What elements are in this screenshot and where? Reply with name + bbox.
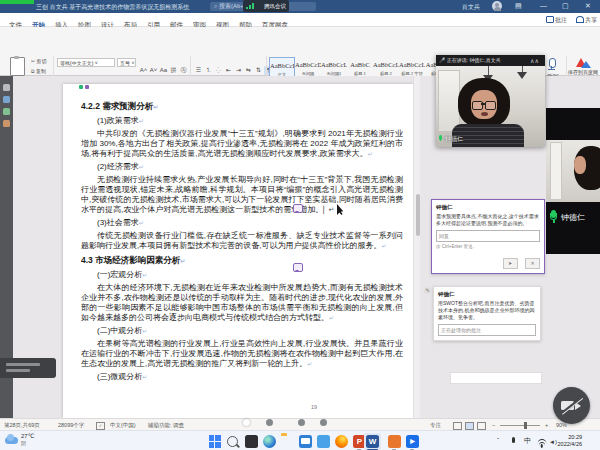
taskbar: 27℃阴 P W ▶ ˆ 中 ◄) 20:292022/4/26 bbox=[0, 430, 600, 450]
taskbar-dark-app-icon[interactable] bbox=[245, 435, 258, 448]
zoom-in-button[interactable]: + bbox=[545, 422, 548, 428]
zoom-slider-knob[interactable] bbox=[524, 422, 527, 429]
doc-block-10[interactable]: (二)中观分析 bbox=[97, 326, 403, 336]
volume-icon[interactable]: ◄) bbox=[549, 439, 557, 445]
doc-block-1[interactable]: (1)政策需求 bbox=[97, 116, 403, 126]
weather-widget[interactable]: 27℃阴 bbox=[21, 433, 34, 447]
comment-status-field: 正在处理你的批注 bbox=[438, 324, 536, 336]
clock[interactable]: 20:292022/4/26 bbox=[558, 434, 582, 447]
taskbar-search-icon[interactable] bbox=[227, 436, 238, 447]
wifi-icon[interactable] bbox=[537, 439, 546, 445]
taskbar-word-icon[interactable]: W bbox=[366, 435, 379, 448]
participant-name-chip: 钟德仁 bbox=[439, 135, 463, 144]
doc-block-7[interactable]: 4.3 市场经济影响因素分析 bbox=[81, 255, 403, 267]
share-icon bbox=[576, 16, 584, 23]
taskbar-orange-app-icon[interactable] bbox=[388, 435, 401, 448]
proofing-icon[interactable]: ✓ bbox=[96, 422, 105, 430]
comment-card-partial[interactable] bbox=[450, 372, 542, 384]
dock-icon-1[interactable] bbox=[3, 84, 10, 91]
focus-mode-button[interactable]: 专注 bbox=[430, 422, 441, 429]
comment-author-avatar: ✎ bbox=[424, 287, 431, 294]
taskbar-mail-icon[interactable] bbox=[299, 435, 312, 448]
font-size-select[interactable]: 五号 ˅ bbox=[117, 58, 136, 67]
comment-send-button[interactable]: ➤ bbox=[503, 258, 518, 269]
start-button[interactable] bbox=[208, 435, 222, 449]
ribbon-display-options-icon[interactable]: ▤ bbox=[515, 2, 522, 10]
document-title: 三创 肖文兵 基于高光谱技术的作物营养状况无损检测系统 bbox=[36, 3, 189, 12]
minimize-button[interactable]: — bbox=[540, 2, 547, 9]
meeting-title-bar[interactable]: 🎤 正在讲话: 钟德仁,肖文兵 ∧∧ bbox=[436, 55, 545, 66]
dictate-button[interactable] bbox=[545, 58, 561, 72]
comment-card-2[interactable]: 钟德仁 用SWOT整合分析吧,而且注意优势、劣势是技术本身的,机会和挑战是企业外… bbox=[433, 286, 541, 341]
workspace: 4.2.2 需求预测分析(1)政策需求中共印发的《无损检测仪器行业发展“十三五”… bbox=[0, 76, 600, 418]
page-footer-number: 19 bbox=[311, 404, 317, 410]
char-border-icon[interactable]: Ⓐ bbox=[179, 66, 188, 75]
cut-button[interactable]: ✂ 剪切 bbox=[31, 58, 47, 64]
weather-icon[interactable] bbox=[5, 433, 19, 447]
page-indicator[interactable]: 第28页,共69页 bbox=[4, 422, 40, 429]
weather-desc: 阴 bbox=[21, 440, 34, 447]
comment-card-1[interactable]: 钟德仁 需求预测要具体点,不能大而化之,这个技术需求多大经得起论证要说明,预测不… bbox=[431, 199, 545, 274]
camera-off-button[interactable] bbox=[553, 387, 590, 424]
floating-overlay-box[interactable] bbox=[0, 358, 56, 378]
doc-block-5[interactable]: (3)社会需求 bbox=[97, 218, 403, 228]
tray-date: 2022/4/26 bbox=[558, 441, 582, 447]
tray-expand-chevron-icon[interactable]: ˆ bbox=[497, 437, 499, 443]
doc-block-2[interactable]: 中共印发的《无损检测仪器行业发展“十三五”规划》,明确要求到 2021年无损检测… bbox=[81, 129, 403, 159]
document-page[interactable]: 4.2.2 需求预测分析(1)政策需求中共印发的《无损检测仪器行业发展“十三五”… bbox=[63, 84, 413, 418]
taskbar-blue-tile-icon[interactable] bbox=[317, 435, 330, 448]
avatar[interactable] bbox=[492, 1, 502, 11]
title-bar: 三创 肖文兵 基于高光谱技术的作物营养状况无损检测系统 ⌕ 搜索(Alt+Q) … bbox=[0, 0, 600, 13]
comment-author: 钟德仁 bbox=[436, 204, 540, 211]
comment-cancel-button[interactable]: ✕ bbox=[525, 258, 540, 269]
read-mode-icon bbox=[453, 422, 462, 430]
vertical-scrollbar[interactable] bbox=[413, 76, 420, 418]
view-mode-buttons[interactable] bbox=[450, 422, 486, 430]
copy-button[interactable]: ⧉ 复制 bbox=[31, 68, 46, 75]
tray-mic-icon[interactable] bbox=[512, 437, 515, 444]
accessibility-status[interactable]: 辅助功能: 调查 bbox=[148, 422, 184, 429]
side-tile-name: 钟德仁 bbox=[550, 210, 585, 223]
baidu-netdisk-icon[interactable] bbox=[576, 58, 590, 68]
account-name[interactable]: 肖文兵 bbox=[462, 3, 480, 12]
doc-block-9[interactable]: 在大体的经济环境下,无损检测在近年来农业检测中所发展趋势大,而测有无损检测技术企… bbox=[81, 283, 403, 323]
close-button[interactable]: ✕ bbox=[585, 2, 591, 10]
maximize-button[interactable]: ▢ bbox=[562, 2, 569, 10]
comment-body: 需求预测要具体点,不能大而化之,这个技术需求多大经得起论证要说明,预测不是必须的… bbox=[436, 213, 540, 227]
phonetic-guide-icon[interactable]: 拼 bbox=[169, 66, 178, 75]
document-body[interactable]: 4.2.2 需求预测分析(1)政策需求中共印发的《无损检测仪器行业发展“十三五”… bbox=[81, 97, 403, 385]
doc-block-11[interactable]: 在果树等高光谱检测的行业发展上,行业呈高效性向上发展,行业发展快。并且果蔬行业在… bbox=[81, 339, 403, 369]
tencent-meeting-badge[interactable]: 腾讯会议 bbox=[243, 0, 289, 12]
dock-icon-3[interactable] bbox=[3, 108, 10, 115]
taskbar-edge-icon[interactable] bbox=[263, 435, 276, 448]
dock-icon-4[interactable] bbox=[3, 120, 10, 127]
doc-block-3[interactable]: (2)经济需求 bbox=[97, 162, 403, 172]
word-count[interactable]: 28099个字 bbox=[58, 422, 84, 429]
scrollbar-thumb[interactable] bbox=[416, 194, 420, 236]
doc-block-8[interactable]: (一)宏观分析 bbox=[97, 270, 403, 280]
meeting-floating-window[interactable]: 🎤 正在讲话: 钟德仁,肖文兵 ∧∧ 钟德仁 bbox=[436, 55, 545, 147]
doc-block-12[interactable]: (三)微观分析 bbox=[97, 372, 403, 382]
comment-reply-input[interactable]: 回复 bbox=[436, 230, 540, 242]
comment-icon bbox=[546, 16, 554, 23]
dock-icon-2[interactable] bbox=[3, 96, 10, 103]
tray-time: 20:29 bbox=[568, 434, 582, 440]
meeting-side-tile[interactable]: 钟德仁 bbox=[546, 108, 600, 254]
doc-block-0[interactable]: 4.2.2 需求预测分析 bbox=[81, 101, 403, 113]
zoom-out-button[interactable]: – bbox=[492, 422, 495, 428]
share-button[interactable]: 共享 bbox=[576, 16, 597, 25]
language-indicator[interactable]: 中文(中国) bbox=[110, 422, 136, 429]
screen: 三创 肖文兵 基于高光谱技术的作物营养状况无损检测系统 ⌕ 搜索(Alt+Q) … bbox=[0, 0, 600, 450]
ime-indicator[interactable]: 中 bbox=[524, 436, 531, 446]
doc-block-4[interactable]: 无损检测行业持续需求火热,产业发展长期导向好,同时在“十三五”背景下,我国无损检… bbox=[81, 175, 403, 215]
comment-anchor-icon-2[interactable] bbox=[293, 263, 303, 272]
font-name-select[interactable]: 等线(中文正文) ˅ bbox=[57, 58, 115, 67]
comment-anchor-icon-1[interactable] bbox=[293, 204, 303, 213]
taskbar-firefox-icon[interactable] bbox=[335, 435, 348, 448]
comments-button[interactable]: 批注 bbox=[546, 16, 567, 25]
participant-video[interactable]: 钟德仁 bbox=[436, 66, 545, 147]
paste-icon bbox=[10, 57, 25, 76]
zoom-slider[interactable] bbox=[500, 425, 540, 426]
taskbar-meeting-app-icon[interactable]: ▶ bbox=[406, 435, 419, 448]
doc-block-6[interactable]: 传统无损检测设备行业门槛低,存在缺乏统一标准服务、缺乏专业技术监督等一系列问题影… bbox=[81, 231, 403, 251]
